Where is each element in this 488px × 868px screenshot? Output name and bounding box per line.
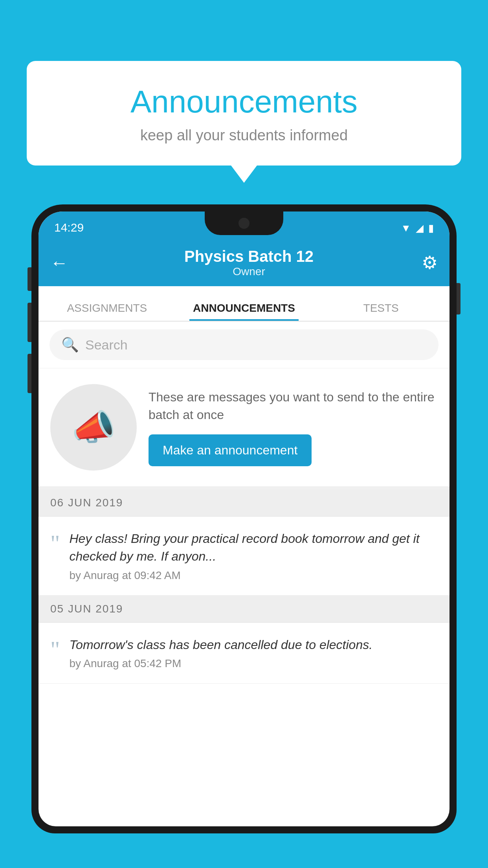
make-announcement-button[interactable]: Make an announcement [149, 434, 312, 466]
date-divider-jun6: 06 JUN 2019 [39, 489, 449, 517]
announcement-content-1: Hey class! Bring your practical record b… [70, 530, 438, 582]
search-icon: 🔍 [61, 337, 79, 353]
volume-up-button [28, 303, 31, 342]
speech-bubble-container: Announcements keep all your students inf… [27, 61, 461, 166]
announcement-item-2[interactable]: " Tomorrow's class has been cancelled du… [39, 623, 449, 684]
speech-bubble-title: Announcements [46, 85, 442, 119]
status-icons: ▼ ◢ ▮ [401, 222, 434, 234]
announcement-content-2: Tomorrow's class has been cancelled due … [70, 636, 438, 670]
search-placeholder: Search [85, 337, 128, 353]
promo-right: These are messages you want to send to t… [149, 388, 438, 467]
date-divider-jun5: 05 JUN 2019 [39, 596, 449, 623]
batch-role: Owner [76, 265, 422, 278]
settings-icon[interactable]: ⚙ [422, 252, 438, 273]
header-title-group: Physics Batch 12 Owner [76, 248, 422, 278]
mute-button [28, 267, 31, 291]
announcement-meta-2: by Anurag at 05:42 PM [70, 657, 438, 670]
status-time: 14:29 [54, 221, 84, 234]
tab-tests[interactable]: TESTS [312, 302, 449, 321]
announcement-text-2: Tomorrow's class has been cancelled due … [70, 636, 438, 654]
megaphone-icon: 📣 [72, 407, 116, 448]
phone-notch [205, 211, 283, 235]
tab-announcements[interactable]: ANNOUNCEMENTS [176, 302, 313, 321]
announcement-text-1: Hey class! Bring your practical record b… [70, 530, 438, 565]
search-box[interactable]: 🔍 Search [50, 329, 438, 360]
tabs-bar: ASSIGNMENTS ANNOUNCEMENTS TESTS [39, 286, 449, 322]
signal-icon: ◢ [416, 222, 424, 234]
back-button[interactable]: ← [50, 254, 68, 272]
quote-icon-2: " [50, 638, 60, 661]
batch-title: Physics Batch 12 [76, 248, 422, 265]
phone-outer: 14:29 ▼ ◢ ▮ ← Physics Batch 12 Owner ⚙ [31, 204, 457, 833]
phone-wrapper: 14:29 ▼ ◢ ▮ ← Physics Batch 12 Owner ⚙ [31, 204, 457, 868]
quote-icon-1: " [50, 531, 60, 555]
wifi-icon: ▼ [401, 222, 411, 234]
battery-icon: ▮ [428, 222, 434, 234]
search-container: 🔍 Search [39, 322, 449, 368]
announcement-item-1[interactable]: " Hey class! Bring your practical record… [39, 517, 449, 596]
app-header: ← Physics Batch 12 Owner ⚙ [39, 239, 449, 286]
phone-camera [238, 218, 250, 229]
speech-bubble: Announcements keep all your students inf… [27, 61, 461, 166]
promo-description: These are messages you want to send to t… [149, 388, 438, 424]
volume-down-button [28, 354, 31, 393]
promo-section: 📣 These are messages you want to send to… [39, 368, 449, 489]
announcement-meta-1: by Anurag at 09:42 AM [70, 569, 438, 582]
tab-assignments[interactable]: ASSIGNMENTS [39, 302, 176, 321]
power-button [457, 283, 460, 314]
speech-bubble-subtitle: keep all your students informed [46, 127, 442, 144]
phone-screen: 14:29 ▼ ◢ ▮ ← Physics Batch 12 Owner ⚙ [39, 211, 449, 826]
promo-icon-circle: 📣 [50, 384, 137, 471]
